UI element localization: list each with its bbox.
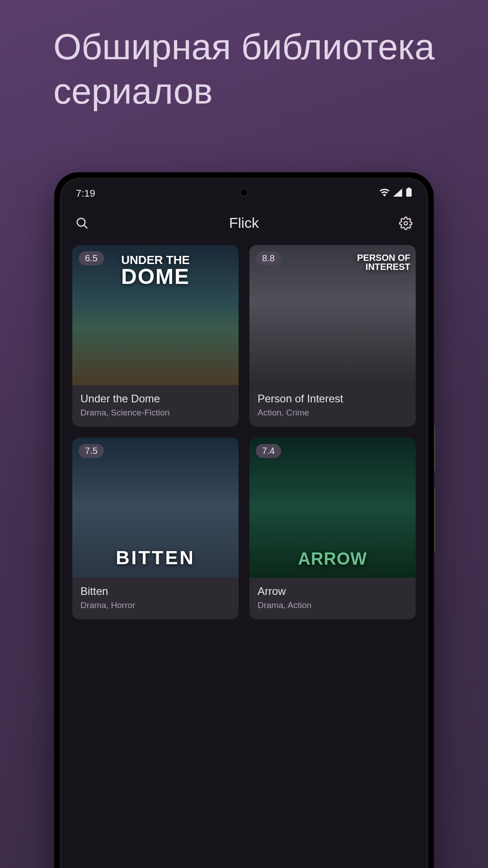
- search-button[interactable]: [74, 215, 90, 231]
- show-card[interactable]: 7.5 BITTEN Bitten Drama, Horror: [72, 438, 239, 619]
- phone-frame: 7:19 Flick: [54, 172, 434, 868]
- rating-badge: 7.4: [256, 444, 281, 458]
- app-header: Flick: [61, 204, 427, 245]
- show-genres: Action, Crime: [258, 408, 408, 418]
- promo-headline: Обширная библиотека сериалов: [53, 25, 488, 113]
- svg-point-4: [404, 222, 408, 225]
- phone-side-button: [434, 489, 436, 552]
- show-title: Bitten: [80, 585, 230, 598]
- battery-icon: [406, 188, 412, 199]
- show-title: Arrow: [258, 585, 408, 598]
- rating-badge: 8.8: [256, 251, 281, 265]
- show-genres: Drama, Science-Fiction: [80, 408, 230, 418]
- poster-text: ARROW: [249, 549, 416, 569]
- svg-point-2: [77, 218, 85, 226]
- svg-line-3: [84, 225, 88, 228]
- content-grid: 6.5 UNDER THE DOME Under the Dome Drama,…: [61, 245, 427, 619]
- show-card[interactable]: 6.5 UNDER THE DOME Under the Dome Drama,…: [72, 245, 239, 427]
- show-poster: 7.5 BITTEN: [72, 438, 239, 578]
- rating-badge: 7.5: [79, 444, 104, 458]
- phone-side-button: [434, 425, 436, 471]
- show-card[interactable]: 7.4 ARROW Arrow Drama, Action: [249, 438, 416, 619]
- poster-text: DOME: [77, 266, 234, 288]
- poster-text: BITTEN: [72, 547, 239, 569]
- show-poster: 8.8 PERSON OF INTEREST: [249, 245, 416, 385]
- signal-icon: [393, 188, 402, 199]
- phone-screen: 7:19 Flick: [61, 179, 427, 868]
- wifi-icon: [380, 188, 389, 199]
- show-genres: Drama, Action: [258, 600, 408, 610]
- poster-text: PERSON OF: [357, 253, 410, 263]
- show-title: Person of Interest: [258, 392, 408, 405]
- show-genres: Drama, Horror: [80, 600, 230, 610]
- phone-camera-cutout: [240, 189, 248, 197]
- rating-badge: 6.5: [79, 251, 104, 265]
- show-card[interactable]: 8.8 PERSON OF INTEREST Person of Interes…: [249, 245, 416, 427]
- show-poster: 7.4 ARROW: [249, 438, 416, 578]
- poster-text: INTEREST: [366, 262, 410, 272]
- settings-button[interactable]: [398, 215, 414, 231]
- show-poster: 6.5 UNDER THE DOME: [72, 245, 239, 385]
- svg-rect-1: [406, 189, 412, 197]
- status-time: 7:19: [76, 188, 95, 199]
- svg-rect-0: [408, 188, 410, 189]
- app-title: Flick: [229, 215, 259, 231]
- show-title: Under the Dome: [80, 392, 230, 405]
